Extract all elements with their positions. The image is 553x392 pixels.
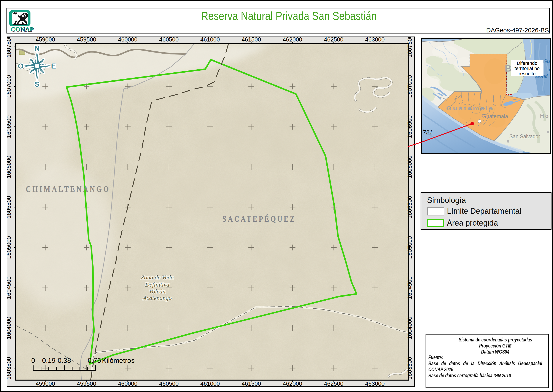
- svg-text:459500: 459500: [77, 36, 96, 43]
- svg-text:463000: 463000: [365, 36, 385, 43]
- svg-text:721: 721: [423, 129, 432, 136]
- svg-text:460000: 460000: [118, 36, 137, 43]
- svg-text:461500: 461500: [242, 381, 261, 387]
- svg-text:Ho: Ho: [540, 113, 550, 119]
- svg-text:462500: 462500: [324, 36, 344, 43]
- svg-text:Volcán: Volcán: [149, 288, 166, 295]
- svg-text:Diferendo: Diferendo: [517, 61, 537, 66]
- svg-text:Guatemala: Guatemala: [446, 105, 494, 111]
- svg-text:1604000: 1604000: [7, 317, 12, 339]
- svg-text:1604500: 1604500: [7, 276, 12, 299]
- svg-text:1603500: 1603500: [407, 357, 413, 380]
- svg-text:CONAP: CONAP: [11, 26, 34, 33]
- svg-text:1607500: 1607500: [407, 36, 413, 57]
- svg-text:Guatemala: Guatemala: [482, 113, 508, 119]
- svg-text:1604000: 1604000: [407, 317, 413, 339]
- svg-text:1605500: 1605500: [407, 196, 413, 218]
- svg-text:E: E: [51, 62, 56, 70]
- svg-text:460500: 460500: [159, 381, 179, 387]
- svg-text:Acatenango: Acatenango: [142, 294, 172, 301]
- svg-text:1605000: 1605000: [407, 236, 413, 259]
- svg-text:1606500: 1606500: [7, 115, 12, 138]
- svg-text:460500: 460500: [159, 36, 179, 43]
- svg-text:1603500: 1603500: [7, 357, 12, 380]
- svg-text:B: B: [505, 63, 511, 73]
- svg-text:1606000: 1606000: [407, 156, 413, 178]
- svg-text:1607500: 1607500: [7, 36, 12, 57]
- svg-text:459000: 459000: [36, 36, 55, 43]
- svg-text:459000: 459000: [36, 381, 55, 387]
- svg-text:0.19: 0.19: [42, 357, 55, 364]
- svg-text:SACATEPÉQUEZ: SACATEPÉQUEZ: [222, 214, 296, 224]
- svg-text:461000: 461000: [200, 381, 220, 387]
- svg-text:Gu: Gu: [543, 58, 550, 64]
- svg-text:462500: 462500: [324, 381, 344, 387]
- svg-text:0.38: 0.38: [58, 357, 71, 364]
- svg-text:462000: 462000: [283, 36, 302, 43]
- svg-text:0.76: 0.76: [88, 357, 101, 364]
- svg-text:Kilómetros: Kilómetros: [102, 357, 135, 364]
- svg-text:O: O: [18, 62, 23, 70]
- svg-text:463000: 463000: [365, 381, 385, 387]
- svg-text:1606500: 1606500: [407, 115, 413, 138]
- svg-text:1604500: 1604500: [407, 276, 413, 299]
- svg-text:1607000: 1607000: [7, 75, 12, 98]
- svg-text:N: N: [34, 44, 40, 52]
- svg-text:461500: 461500: [242, 36, 261, 43]
- svg-text:1607000: 1607000: [407, 75, 413, 98]
- svg-text:territorial no: territorial no: [515, 66, 539, 71]
- svg-text:1605500: 1605500: [7, 196, 12, 218]
- svg-text:1605000: 1605000: [7, 236, 12, 259]
- svg-text:459500: 459500: [77, 381, 96, 387]
- svg-text:Definitiva: Definitiva: [145, 281, 169, 288]
- svg-text:Zona de Veda: Zona de Veda: [141, 274, 174, 281]
- svg-text:CHIMALTENANGO: CHIMALTENANGO: [26, 184, 111, 194]
- svg-text:resuelto: resuelto: [519, 71, 535, 76]
- svg-text:460000: 460000: [118, 381, 137, 387]
- svg-text:S: S: [35, 80, 40, 88]
- svg-text:461000: 461000: [200, 36, 220, 43]
- svg-text:San Salvador: San Salvador: [509, 133, 540, 139]
- svg-text:1606000: 1606000: [7, 156, 12, 178]
- svg-text:0: 0: [31, 357, 35, 364]
- svg-text:462000: 462000: [283, 381, 302, 387]
